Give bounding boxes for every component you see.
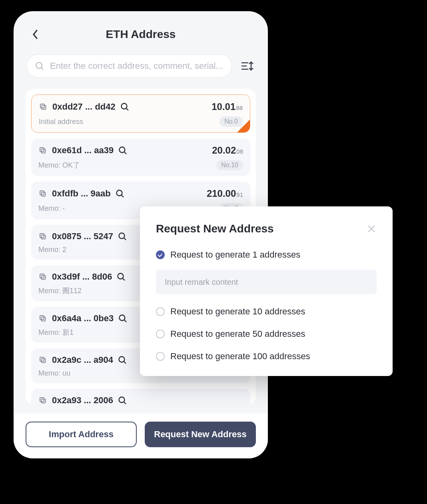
radio-unchecked-icon[interactable] <box>156 352 165 361</box>
svg-rect-13 <box>42 276 46 280</box>
modal-close-button[interactable] <box>366 224 377 234</box>
address-row-meta: Memo: OK了No.10 <box>38 160 243 170</box>
svg-rect-17 <box>40 316 44 320</box>
balance-main: 10.01 <box>212 101 235 112</box>
svg-rect-22 <box>42 399 46 403</box>
copy-icon[interactable] <box>38 272 47 281</box>
svg-point-0 <box>36 62 42 68</box>
memo-label: Memo: 新1 <box>38 328 74 337</box>
option-label: Request to generate 1 addresses <box>170 250 300 260</box>
address-text: 0x2a93 ... 2006 <box>52 395 113 405</box>
memo-label: Initial address <box>39 118 83 126</box>
radio-unchecked-icon[interactable] <box>156 307 165 316</box>
memo-label: Memo: 2 <box>38 246 66 254</box>
generate-option[interactable]: Request to generate 1 addresses <box>156 250 377 260</box>
copy-icon[interactable] <box>38 146 47 155</box>
generate-option[interactable]: Request to generate 10 addresses <box>156 306 377 317</box>
search-input[interactable] <box>50 61 223 71</box>
copy-icon[interactable] <box>38 314 47 323</box>
memo-label: Memo: - <box>38 204 65 213</box>
search-box[interactable] <box>26 54 232 78</box>
address-card[interactable]: 0x2a93 ... 2006Memo: 哦哦 <box>31 389 250 405</box>
search-row <box>14 47 268 83</box>
remark-input[interactable] <box>156 270 377 294</box>
footer: Import Address Request New Address <box>14 414 268 458</box>
address-row-main: 0x2a93 ... 2006 <box>38 395 243 405</box>
address-row-main: 0xfdfb ... 9aab210.0091 <box>38 188 243 199</box>
close-icon <box>367 225 375 233</box>
radio-checked-icon[interactable] <box>156 250 165 259</box>
magnify-icon[interactable] <box>118 356 127 364</box>
address-text: 0x0875 ... 5247 <box>52 231 113 242</box>
address-text: 0x2a9c ... a904 <box>52 355 113 365</box>
memo-label: Memo: OK了 <box>38 160 80 170</box>
svg-rect-5 <box>40 148 44 152</box>
copy-icon[interactable] <box>39 102 48 111</box>
address-text: 0x3d9f ... 8d06 <box>52 272 112 282</box>
svg-point-24 <box>119 397 124 403</box>
generate-option[interactable]: Request to generate 50 addresses <box>156 329 377 339</box>
magnify-icon[interactable] <box>117 272 126 281</box>
sort-icon <box>241 60 253 72</box>
svg-rect-20 <box>40 357 44 361</box>
balance-decimals: 88 <box>236 104 243 111</box>
search-icon <box>35 61 44 71</box>
balance: 210.0091 <box>207 188 243 199</box>
page-title: ETH Address <box>106 28 176 41</box>
magnify-icon[interactable] <box>118 232 127 241</box>
svg-rect-2 <box>40 104 44 108</box>
svg-rect-11 <box>40 234 44 238</box>
option-label: Request to generate 10 addresses <box>170 306 305 317</box>
balance-main: 20.02 <box>212 145 236 156</box>
address-card[interactable]: 0xe61d ... aa3920.0208Memo: OK了No.10 <box>31 138 250 176</box>
svg-point-3 <box>121 104 127 109</box>
svg-point-15 <box>118 274 124 279</box>
address-text: 0xdd27 ... dd42 <box>52 102 116 112</box>
magnify-icon[interactable] <box>118 314 127 323</box>
memo-label: Memo: 圈112 <box>38 286 82 296</box>
svg-rect-10 <box>42 235 46 239</box>
request-address-modal: Request New Address Request to generate … <box>140 206 393 376</box>
address-text: 0xe61d ... aa39 <box>52 145 114 156</box>
generate-option[interactable]: Request to generate 100 addresses <box>156 351 377 362</box>
address-row-main: 0xdd27 ... dd4210.0188 <box>39 101 243 112</box>
copy-icon[interactable] <box>38 356 47 364</box>
balance-main: 210.00 <box>207 188 236 199</box>
magnify-icon[interactable] <box>118 396 127 405</box>
serial-badge: No.10 <box>216 160 243 170</box>
header: ETH Address <box>14 22 268 47</box>
sort-button[interactable] <box>239 58 255 74</box>
svg-point-21 <box>119 357 124 362</box>
import-address-button[interactable]: Import Address <box>26 422 137 447</box>
address-text: 0x6a4a ... 0be3 <box>52 313 114 324</box>
back-button[interactable] <box>30 28 42 40</box>
address-text: 0xfdfb ... 9aab <box>52 188 111 199</box>
magnify-icon[interactable] <box>116 189 124 198</box>
balance-decimals: 91 <box>236 191 243 198</box>
remark-wrap <box>156 272 377 306</box>
option-label: Request to generate 50 addresses <box>170 329 305 339</box>
svg-point-12 <box>119 233 124 239</box>
svg-point-6 <box>120 147 125 153</box>
address-row-main: 0xe61d ... aa3920.0208 <box>38 145 243 156</box>
modal-header: Request New Address <box>156 222 377 235</box>
svg-rect-16 <box>42 317 46 321</box>
copy-icon[interactable] <box>38 232 47 241</box>
svg-rect-1 <box>42 106 46 110</box>
modal-title: Request New Address <box>156 222 274 235</box>
address-card[interactable]: 0xdd27 ... dd4210.0188Initial addressNo.… <box>31 94 250 133</box>
svg-rect-4 <box>42 149 46 153</box>
magnify-icon[interactable] <box>120 102 129 111</box>
serial-badge: No.0 <box>219 116 243 127</box>
copy-icon[interactable] <box>38 396 47 405</box>
radio-unchecked-icon[interactable] <box>156 330 165 338</box>
request-new-address-button[interactable]: Request New Address <box>145 422 256 447</box>
balance-decimals: 08 <box>236 148 243 155</box>
magnify-icon[interactable] <box>118 146 127 155</box>
svg-rect-7 <box>42 192 46 196</box>
copy-icon[interactable] <box>38 189 47 198</box>
svg-point-9 <box>116 190 122 196</box>
svg-point-18 <box>120 315 125 321</box>
svg-rect-14 <box>40 274 44 278</box>
chevron-left-icon <box>32 29 39 40</box>
